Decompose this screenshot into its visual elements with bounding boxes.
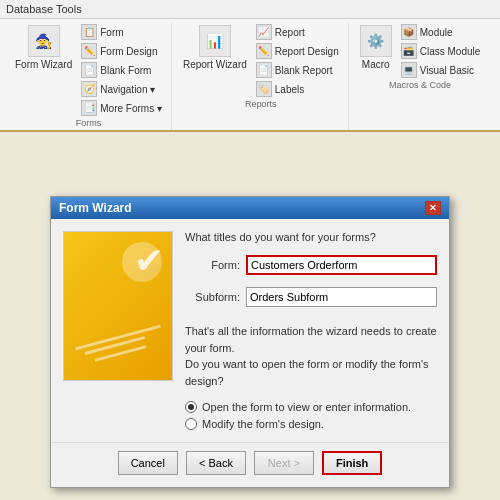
- more-forms-label: More Forms ▾: [100, 103, 162, 114]
- form-wizard-icon: 🧙: [28, 25, 60, 57]
- ribbon-groups: 🧙 Form Wizard 📋 Form ✏️ Form Design 📄 Bl…: [6, 23, 494, 130]
- form-label: Form: [100, 27, 123, 38]
- blank-form-icon: 📄: [81, 62, 97, 78]
- report-button[interactable]: 📈 Report: [253, 23, 342, 41]
- form-field-label: Form:: [185, 259, 240, 271]
- dialog-image-lines: [74, 336, 162, 360]
- radio-group: Open the form to view or enter informati…: [185, 401, 437, 430]
- more-forms-icon: 📑: [81, 100, 97, 116]
- module-icon: 📦: [401, 24, 417, 40]
- form-name-row: Form:: [185, 255, 437, 275]
- subform-field-label: Subform:: [185, 291, 240, 303]
- dialog-info: That's all the information the wizard ne…: [185, 323, 437, 389]
- subform-name-row: Subform:: [185, 287, 437, 307]
- report-design-icon: ✏️: [256, 43, 272, 59]
- dialog-title-bar: Form Wizard ✕: [51, 197, 449, 219]
- next-button[interactable]: Next >: [254, 451, 314, 475]
- module-button[interactable]: 📦 Module: [398, 23, 484, 41]
- visual-basic-label: Visual Basic: [420, 65, 474, 76]
- labels-button[interactable]: 🏷️ Labels: [253, 80, 342, 98]
- navigation-label: Navigation ▾: [100, 84, 155, 95]
- report-icon: 📈: [256, 24, 272, 40]
- radio-open-btn[interactable]: [185, 401, 197, 413]
- macro-button[interactable]: ⚙️ Macro: [357, 23, 395, 72]
- forms-small-group: 📋 Form ✏️ Form Design 📄 Blank Form 🧭 Nav…: [78, 23, 165, 117]
- checkmark-icon: ✔: [134, 240, 164, 282]
- blank-report-icon: 📄: [256, 62, 272, 78]
- labels-label: Labels: [275, 84, 304, 95]
- title-bar-label: Database Tools: [6, 3, 82, 15]
- form-design-icon: ✏️: [81, 43, 97, 59]
- ribbon-group-reports: 📊 Report Wizard 📈 Report ✏️ Report Desig…: [174, 23, 349, 130]
- visual-basic-button[interactable]: 💻 Visual Basic: [398, 61, 484, 79]
- more-forms-button[interactable]: 📑 More Forms ▾: [78, 99, 165, 117]
- main-area: Form Wizard ✕ ✔ What titles do you want …: [0, 132, 500, 500]
- blank-report-label: Blank Report: [275, 65, 333, 76]
- report-wizard-button[interactable]: 📊 Report Wizard: [180, 23, 250, 72]
- ribbon-group-reports-items: 📊 Report Wizard 📈 Report ✏️ Report Desig…: [180, 23, 342, 98]
- dialog-overlay: Form Wizard ✕ ✔ What titles do you want …: [0, 132, 500, 500]
- class-module-label: Class Module: [420, 46, 481, 57]
- class-module-icon: 🗃️: [401, 43, 417, 59]
- radio-modify-label: Modify the form's design.: [202, 418, 324, 430]
- visual-basic-icon: 💻: [401, 62, 417, 78]
- navigation-button[interactable]: 🧭 Navigation ▾: [78, 80, 165, 98]
- form-icon: 📋: [81, 24, 97, 40]
- ribbon-group-macros-items: ⚙️ Macro 📦 Module 🗃️ Class Module 💻 Visu…: [357, 23, 484, 79]
- report-wizard-label: Report Wizard: [183, 59, 247, 70]
- subform-name-input[interactable]: [246, 287, 437, 307]
- dialog-right-panel: What titles do you want for your forms? …: [185, 231, 437, 430]
- form-button[interactable]: 📋 Form: [78, 23, 165, 41]
- reports-group-label: Reports: [245, 99, 277, 109]
- back-button[interactable]: < Back: [186, 451, 246, 475]
- forms-group-label: Forms: [76, 118, 102, 128]
- radio-modify-btn[interactable]: [185, 418, 197, 430]
- dialog-title: Form Wizard: [59, 201, 132, 215]
- line-1: [75, 325, 161, 351]
- module-label: Module: [420, 27, 453, 38]
- radio-modify[interactable]: Modify the form's design.: [185, 418, 437, 430]
- title-bar: Database Tools: [0, 0, 500, 19]
- info-line2: form.: [209, 342, 234, 354]
- dialog-body: ✔ What titles do you want for your forms…: [51, 219, 449, 442]
- form-design-label: Form Design: [100, 46, 157, 57]
- radio-open[interactable]: Open the form to view or enter informati…: [185, 401, 437, 413]
- info-line3: Do you want to open the form or modify t…: [185, 358, 429, 387]
- radio-open-label: Open the form to view or enter informati…: [202, 401, 411, 413]
- form-name-input[interactable]: [246, 255, 437, 275]
- form-design-button[interactable]: ✏️ Form Design: [78, 42, 165, 60]
- class-module-button[interactable]: 🗃️ Class Module: [398, 42, 484, 60]
- macros-group-label: Macros & Code: [389, 80, 451, 90]
- dialog-footer: Cancel < Back Next > Finish: [51, 442, 449, 487]
- finish-button[interactable]: Finish: [322, 451, 382, 475]
- report-wizard-icon: 📊: [199, 25, 231, 57]
- reports-small-group: 📈 Report ✏️ Report Design 📄 Blank Report…: [253, 23, 342, 98]
- blank-report-button[interactable]: 📄 Blank Report: [253, 61, 342, 79]
- cancel-button[interactable]: Cancel: [118, 451, 178, 475]
- blank-form-button[interactable]: 📄 Blank Form: [78, 61, 165, 79]
- macros-small-group: 📦 Module 🗃️ Class Module 💻 Visual Basic: [398, 23, 484, 79]
- dialog-close-button[interactable]: ✕: [425, 201, 441, 215]
- report-design-label: Report Design: [275, 46, 339, 57]
- blank-form-label: Blank Form: [100, 65, 151, 76]
- report-design-button[interactable]: ✏️ Report Design: [253, 42, 342, 60]
- dialog-wizard-image: ✔: [63, 231, 173, 381]
- report-label: Report: [275, 27, 305, 38]
- form-wizard-dialog: Form Wizard ✕ ✔ What titles do you want …: [50, 196, 450, 488]
- ribbon: 🧙 Form Wizard 📋 Form ✏️ Form Design 📄 Bl…: [0, 19, 500, 132]
- macro-label: Macro: [362, 59, 390, 70]
- ribbon-group-forms: 🧙 Form Wizard 📋 Form ✏️ Form Design 📄 Bl…: [6, 23, 172, 130]
- form-wizard-label: Form Wizard: [15, 59, 72, 70]
- form-wizard-button[interactable]: 🧙 Form Wizard: [12, 23, 75, 72]
- ribbon-group-forms-items: 🧙 Form Wizard 📋 Form ✏️ Form Design 📄 Bl…: [12, 23, 165, 117]
- macro-icon: ⚙️: [360, 25, 392, 57]
- labels-icon: 🏷️: [256, 81, 272, 97]
- dialog-question: What titles do you want for your forms?: [185, 231, 437, 243]
- navigation-icon: 🧭: [81, 81, 97, 97]
- ribbon-group-macros: ⚙️ Macro 📦 Module 🗃️ Class Module 💻 Visu…: [351, 23, 490, 130]
